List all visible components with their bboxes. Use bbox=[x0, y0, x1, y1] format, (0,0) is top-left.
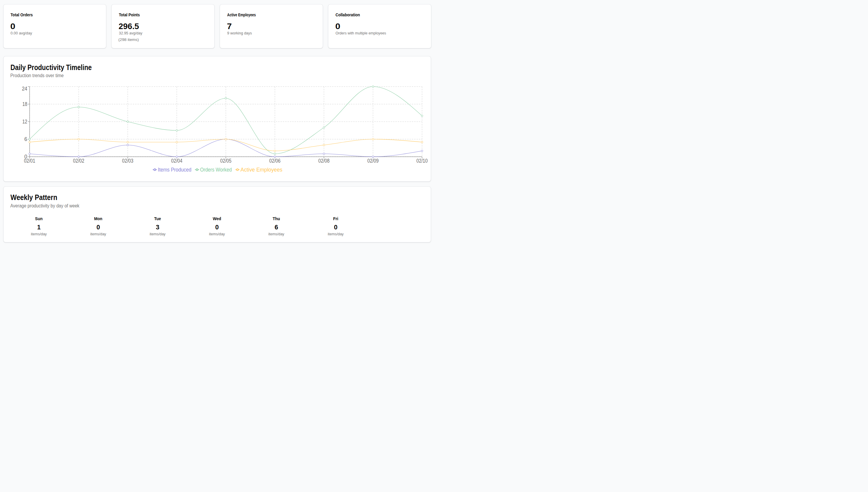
svg-text:02/03: 02/03 bbox=[122, 158, 133, 164]
svg-text:Thu: Thu bbox=[272, 216, 280, 221]
svg-text:Items Produced: Items Produced bbox=[158, 167, 191, 173]
svg-text:items/day: items/day bbox=[268, 232, 284, 236]
svg-text:02/08: 02/08 bbox=[318, 158, 330, 164]
svg-text:(298 items): (298 items) bbox=[118, 38, 139, 42]
svg-text:Active Employees: Active Employees bbox=[240, 167, 282, 173]
svg-text:Weekly Pattern: Weekly Pattern bbox=[10, 193, 57, 201]
svg-text:12: 12 bbox=[22, 119, 27, 124]
svg-text:296.5: 296.5 bbox=[119, 22, 139, 31]
svg-text:Tue: Tue bbox=[154, 216, 161, 221]
svg-text:Wed: Wed bbox=[213, 216, 221, 221]
svg-text:0: 0 bbox=[334, 223, 338, 231]
svg-text:1: 1 bbox=[37, 223, 41, 231]
svg-text:02/09: 02/09 bbox=[367, 158, 379, 164]
svg-text:items/day: items/day bbox=[31, 232, 47, 236]
svg-text:Daily Productivity Timeline: Daily Productivity Timeline bbox=[10, 63, 92, 72]
svg-text:Sun: Sun bbox=[35, 216, 43, 221]
svg-text:0: 0 bbox=[10, 22, 16, 31]
svg-text:02/04: 02/04 bbox=[171, 158, 183, 164]
svg-text:18: 18 bbox=[23, 101, 27, 107]
svg-text:Fri: Fri bbox=[333, 216, 338, 221]
svg-text:02/06: 02/06 bbox=[269, 158, 281, 164]
svg-text:0: 0 bbox=[215, 223, 219, 231]
svg-text:6: 6 bbox=[274, 223, 278, 231]
svg-text:0: 0 bbox=[335, 22, 340, 31]
svg-text:items/day: items/day bbox=[209, 232, 225, 236]
svg-text:6: 6 bbox=[24, 136, 27, 142]
svg-text:Active Employees: Active Employees bbox=[227, 12, 256, 17]
svg-text:32.95 avg/day: 32.95 avg/day bbox=[119, 31, 143, 35]
svg-text:Average productivity by day of: Average productivity by day of week bbox=[10, 203, 79, 208]
svg-text:02/05: 02/05 bbox=[220, 158, 232, 164]
svg-text:Total Points: Total Points bbox=[119, 12, 140, 17]
svg-text:items/day: items/day bbox=[328, 232, 344, 236]
svg-text:7: 7 bbox=[227, 22, 232, 31]
svg-text:Orders with multiple employees: Orders with multiple employees bbox=[335, 31, 386, 35]
svg-text:Orders Worked: Orders Worked bbox=[200, 167, 232, 173]
svg-text:24: 24 bbox=[22, 86, 27, 92]
svg-text:Mon: Mon bbox=[94, 216, 102, 221]
svg-text:Collaboration: Collaboration bbox=[335, 12, 360, 17]
svg-text:items/day: items/day bbox=[90, 232, 106, 236]
svg-text:0.00 avg/day: 0.00 avg/day bbox=[11, 31, 32, 35]
svg-text:9 working days: 9 working days bbox=[227, 31, 252, 35]
svg-text:02/01: 02/01 bbox=[24, 158, 35, 164]
svg-text:3: 3 bbox=[156, 223, 160, 231]
svg-text:items/day: items/day bbox=[150, 232, 166, 236]
svg-text:02/10: 02/10 bbox=[416, 158, 428, 164]
svg-text:0: 0 bbox=[96, 223, 100, 231]
svg-text:Production trends over time: Production trends over time bbox=[10, 73, 64, 78]
svg-text:Total Orders: Total Orders bbox=[11, 12, 33, 17]
svg-text:02/02: 02/02 bbox=[73, 158, 84, 164]
